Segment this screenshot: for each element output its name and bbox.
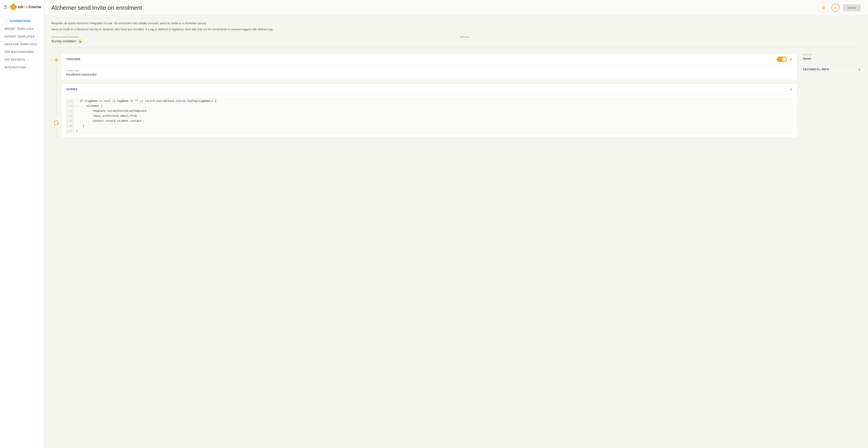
script-card: SCRIPT ∧ 1- if (tagName == null || tagNa…	[61, 84, 797, 138]
topbar-actions: ⚙ ? SAVE	[819, 4, 861, 12]
sidebar-item-label: PDF REPORTS	[4, 58, 25, 61]
sidebar-item-label: IMPORT TEMPLATES	[4, 27, 34, 31]
icon-rail	[52, 53, 61, 138]
sidebar-item-automations[interactable]: AUTOMATIONS	[0, 17, 44, 25]
sidebar-item-label: PDF BACKGROUNDS	[4, 50, 34, 54]
main-col: TRIGGER ∧ Trigger type Enrolment success…	[61, 53, 797, 138]
technical-info-chevron: ∨	[858, 67, 861, 72]
trigger-card-title: TRIGGER	[66, 58, 81, 61]
sidebar-header: ☰ i ish'onCourse	[0, 0, 44, 14]
main-content: Alchemer send invite on enrolment ⚙ ? SA…	[44, 0, 868, 448]
trigger-chevron-icon: ∧	[790, 57, 793, 61]
trigger-toggle[interactable]	[777, 57, 787, 62]
sidebar-item-integrations[interactable]: INTEGRATIONS	[0, 64, 44, 71]
line-content: }	[73, 124, 87, 128]
line-number: 2	[66, 104, 73, 108]
side-col: Last run Never TECHNICAL INFO ∨	[797, 53, 861, 138]
technical-info-section[interactable]: TECHNICAL INFO ∨	[803, 64, 861, 75]
sidebar: ☰ i ish'onCourse AUTOMATIONS IMPORT TEMP…	[0, 0, 44, 448]
form-row: surveyInvitationTemplate Survey invitati…	[52, 36, 861, 48]
survey-field-label: surveyInvitationTemplate	[52, 36, 453, 38]
script-card-title: SCRIPT	[66, 88, 78, 91]
tag-field-label: tagName	[460, 36, 861, 38]
toggle-slider	[777, 57, 787, 62]
sidebar-item-label: EXPORT TEMPLATES	[4, 35, 34, 38]
line-content: - if (tagName == null || tagName == "" |…	[73, 99, 219, 103]
trigger-card-body: Trigger type Enrolment successful	[62, 65, 797, 80]
trigger-type-label: Trigger type	[66, 69, 793, 72]
save-button[interactable]: SAVE	[843, 4, 861, 11]
logo-icon: i	[9, 3, 17, 11]
lightning-icon	[52, 56, 60, 64]
topbar: Alchemer send invite on enrolment ⚙ ? SA…	[44, 0, 868, 15]
script-card-body: 1- if (tagName == null || tagName == "" …	[62, 95, 797, 137]
rail-line-1	[56, 66, 57, 117]
line-content: reply preference.email.from	[73, 114, 139, 118]
technical-info-title: TECHNICAL INFO	[803, 68, 829, 71]
gear-button[interactable]: ⚙	[819, 4, 828, 12]
sidebar-nav: AUTOMATIONS IMPORT TEMPLATES EXPORT TEMP…	[0, 14, 44, 74]
line-number: 1	[66, 99, 73, 103]
page-content: Requires an active Alchemer integration …	[44, 15, 868, 448]
survey-field: surveyInvitationTemplate Survey invitati…	[52, 36, 453, 43]
description-line1: Requires an active Alchemer integration …	[52, 21, 861, 26]
content-layout: TRIGGER ∧ Trigger type Enrolment success…	[52, 53, 861, 138]
svg-rect-3	[54, 120, 58, 125]
logo-text: ish'onCourse	[18, 5, 41, 9]
rail-line-2	[56, 129, 57, 138]
line-content: contact record.student.contact	[73, 119, 144, 123]
sidebar-item-label: AUTOMATIONS	[10, 20, 31, 23]
script-line: 6 }	[66, 124, 792, 129]
script-chevron-icon: ∧	[790, 87, 793, 92]
last-run-label: Last run	[803, 53, 861, 56]
trigger-type-value: Enrolment successful	[66, 73, 793, 76]
line-number: 3	[66, 109, 73, 113]
gear-icon: ⚙	[822, 5, 826, 10]
script-line: 1- if (tagName == null || tagName == "" …	[66, 99, 792, 104]
script-line: 2- alchemer {	[66, 104, 792, 109]
sidebar-item-pdf-backgrounds[interactable]: PDF BACKGROUNDS	[0, 48, 44, 56]
line-content: }	[73, 129, 81, 133]
survey-field-value[interactable]: Survey invitation 🔒	[52, 39, 453, 43]
lock-icon: 🔒	[78, 39, 82, 43]
logo: i ish'onCourse	[9, 3, 41, 11]
help-icon: ?	[834, 6, 836, 9]
description-block: Requires an active Alchemer integration …	[52, 21, 861, 32]
sidebar-item-import-templates[interactable]: IMPORT TEMPLATES	[0, 25, 44, 33]
line-content: template surveyInvitationTemplate	[73, 109, 149, 113]
trigger-card-header[interactable]: TRIGGER ∧	[62, 54, 797, 65]
help-button[interactable]: ?	[831, 4, 839, 12]
sidebar-item-export-templates[interactable]: EXPORT TEMPLATES	[0, 33, 44, 40]
line-number: 7	[66, 129, 73, 133]
script-card-header[interactable]: SCRIPT ∧	[62, 84, 797, 95]
sidebar-item-message-templates[interactable]: MESSAGE TEMPLATES	[0, 40, 44, 48]
script-icon	[52, 118, 60, 127]
page-title: Alchemer send invite on enrolment	[52, 4, 142, 11]
script-line: 7}	[66, 129, 792, 134]
survey-value-text: Survey invitation	[52, 39, 76, 43]
trigger-card-controls: ∧	[777, 57, 793, 62]
script-line: 5 contact record.student.contact	[66, 118, 792, 124]
svg-text:i: i	[13, 6, 13, 8]
last-run-section: Last run Never	[803, 53, 861, 60]
tag-field: tagName	[460, 36, 861, 43]
script-card-controls: ∧	[790, 87, 793, 92]
script-line: 3 template surveyInvitationTemplate	[66, 109, 792, 113]
last-run-value: Never	[803, 57, 861, 60]
line-number: 4	[66, 114, 73, 118]
line-number: 6	[66, 124, 73, 128]
line-content: - alchemer {	[73, 104, 105, 108]
script-line: 4 reply preference.email.from	[66, 113, 792, 118]
svg-point-4	[58, 123, 59, 125]
sidebar-item-label: MESSAGE TEMPLATES	[4, 43, 37, 46]
sidebar-item-label: INTEGRATIONS	[4, 66, 26, 69]
sidebar-item-pdf-reports[interactable]: PDF REPORTS	[0, 56, 44, 64]
line-number: 5	[66, 119, 73, 123]
description-line2: Send an invite to a Alchemer survey to s…	[52, 27, 861, 32]
svg-marker-2	[55, 57, 58, 63]
script-editor[interactable]: 1- if (tagName == null || tagName == "" …	[66, 98, 793, 134]
hamburger-icon[interactable]: ☰	[4, 4, 7, 9]
trigger-card: TRIGGER ∧ Trigger type Enrolment success…	[61, 53, 797, 80]
